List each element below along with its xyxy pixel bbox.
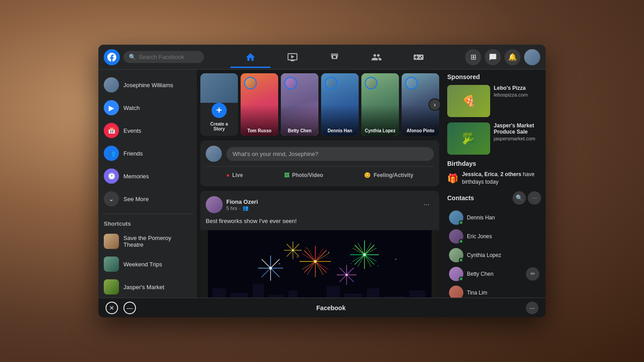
sidebar-item-memories[interactable]: 🕐 Memories: [100, 165, 195, 187]
shortcut-label-pomeroy: Save the Pomeroy Theatre: [123, 235, 191, 248]
tab-watch[interactable]: [272, 46, 313, 68]
post-time: 5 hrs · 👥: [226, 205, 416, 211]
post-time-text: 5 hrs: [226, 206, 237, 211]
feeling-icon: 😊: [364, 172, 371, 178]
composer-feeling[interactable]: 😊 Feeling/Activity: [359, 169, 419, 181]
post-text: Best fireworks show I've ever seen!: [200, 217, 439, 230]
contacts-search-button[interactable]: 🔍: [513, 191, 526, 205]
contact-tina-lim[interactable]: Tina Lim: [447, 283, 541, 298]
composer-divider: [206, 166, 434, 167]
svg-rect-8: [326, 286, 340, 298]
post-header: Fiona Ozeri 5 hrs · 👥 ···: [200, 191, 439, 217]
facebook-logo[interactable]: [104, 49, 120, 65]
contact-dennis-han[interactable]: Dennis Han: [447, 208, 541, 227]
see-more-icon: ⌄: [104, 191, 119, 206]
post-image: [200, 230, 439, 298]
composer-live[interactable]: ● Live: [221, 169, 248, 181]
stories-row: + Create aStory Tom Russo Betty Chen: [200, 73, 439, 136]
contacts-section: Contacts 🔍 ··· Dennis Han Eric Jones: [447, 191, 541, 298]
contact-avatar-eric: [449, 229, 463, 244]
birthdays-section: Birthdays 🎁 Jessica, Erica, 2 others hav…: [447, 160, 541, 186]
stories-next-button[interactable]: ›: [428, 98, 441, 111]
contact-betty-chen[interactable]: Betty Chen ✏: [447, 265, 541, 283]
search-box[interactable]: 🔍: [123, 51, 204, 63]
composer-actions: ● Live 🖼 Photo/Video 😊 Feeling/Activity: [206, 169, 434, 181]
friends-icon: 👥: [104, 146, 119, 161]
story-dennis-han[interactable]: Dennis Han: [321, 73, 359, 136]
profile-avatar-button[interactable]: [524, 49, 540, 65]
story-cynthia-lopez[interactable]: Cynthia Lopez: [361, 73, 399, 136]
messenger-button[interactable]: [485, 49, 501, 65]
main-content: Josephine Williams ▶ Watch 📅 Events 👥 Fr…: [98, 70, 546, 298]
minimize-button[interactable]: —: [123, 302, 136, 314]
contact-name-tina: Tina Lim: [467, 290, 487, 296]
tab-groups[interactable]: [356, 46, 397, 68]
notifications-button[interactable]: 🔔: [504, 49, 521, 65]
memories-icon: 🕐: [104, 168, 119, 184]
ad-name-jaspers: Jasper's Market Produce Sale: [494, 122, 541, 135]
sidebar-item-friends[interactable]: 👥 Friends: [100, 142, 195, 164]
contact-avatar-cynthia: [449, 248, 463, 262]
shortcut-weekend-trips[interactable]: Weekend Trips: [100, 253, 195, 275]
post-author-avatar: [206, 196, 223, 213]
post-author-name[interactable]: Fiona Ozeri: [226, 198, 416, 205]
search-input[interactable]: [139, 54, 199, 60]
svg-rect-2: [212, 288, 226, 298]
create-story-card[interactable]: + Create aStory: [200, 73, 238, 136]
story-avatar-dennis: [325, 77, 337, 89]
ad-url-lebos: lebospizza.com: [494, 92, 541, 97]
story-betty-chen[interactable]: Betty Chen: [281, 73, 318, 136]
fireworks-svg: [200, 230, 439, 298]
window-more-button[interactable]: ···: [526, 302, 538, 314]
contact-eric-jones[interactable]: Eric Jones: [447, 227, 541, 246]
user-avatar-icon: [104, 77, 119, 93]
sidebar-item-events[interactable]: 📅 Events: [100, 119, 195, 142]
shortcut-save-pomeroy[interactable]: Save the Pomeroy Theatre: [100, 230, 195, 253]
contact-cynthia-lopez[interactable]: Cynthia Lopez: [447, 246, 541, 265]
contacts-more-button[interactable]: ···: [528, 191, 541, 205]
shortcut-label-weekend: Weekend Trips: [123, 261, 162, 268]
post-card-fiona: Fiona Ozeri 5 hrs · 👥 ··· Best fireworks…: [200, 191, 439, 298]
close-button[interactable]: ✕: [106, 302, 118, 314]
svg-point-76: [328, 252, 330, 253]
online-indicator-dennis: [459, 220, 463, 225]
composer-photo-video[interactable]: 🖼 Photo/Video: [279, 169, 329, 181]
story-tom-russo[interactable]: Tom Russo: [241, 73, 278, 136]
svg-rect-7: [302, 297, 322, 298]
nav-see-more[interactable]: ⌄ See More: [100, 188, 195, 210]
svg-rect-9: [344, 294, 362, 298]
apps-button[interactable]: ⊞: [465, 49, 481, 65]
svg-point-77: [351, 263, 352, 264]
shortcut-thumb-weekend: [104, 257, 119, 272]
window-title: Facebook: [141, 304, 521, 311]
tab-marketplace[interactable]: [314, 46, 355, 68]
photo-label: Photo/Video: [292, 172, 323, 178]
shortcut-jaspers-market[interactable]: Jasper's Market: [100, 276, 195, 298]
bottom-bar: ✕ — Facebook ···: [98, 298, 546, 317]
tab-gaming[interactable]: [398, 46, 439, 68]
ad-jaspers-produce[interactable]: 🥦 Jasper's Market Produce Sale jaspersma…: [447, 122, 541, 155]
birthday-item: 🎁 Jessica, Erica, 2 others have birthday…: [447, 171, 541, 186]
sidebar-item-watch[interactable]: ▶ Watch: [100, 97, 195, 119]
ad-lebos-pizza[interactable]: 🍕 Lebo's Pizza lebospizza.com: [447, 85, 541, 117]
watch-icon: ▶: [104, 100, 119, 115]
tab-home[interactable]: [230, 46, 271, 68]
story-avatar-tom: [244, 77, 257, 89]
photo-icon: 🖼: [284, 172, 289, 178]
feeling-label: Feeling/Activity: [373, 172, 413, 178]
online-indicator-cynthia: [459, 258, 463, 262]
new-message-button[interactable]: ✏: [526, 267, 539, 281]
post-more-button[interactable]: ···: [419, 198, 434, 212]
birthday-text: Jessica, Erica, 2 others have birthdays …: [462, 171, 541, 186]
post-separator: ·: [239, 206, 240, 211]
composer-input[interactable]: What's on your mind, Josephine?: [226, 147, 434, 161]
memories-label: Memories: [123, 173, 149, 180]
svg-rect-6: [288, 290, 297, 298]
see-more-label: See More: [123, 196, 148, 202]
contact-name-dennis: Dennis Han: [467, 215, 495, 221]
svg-rect-3: [230, 293, 248, 298]
sidebar-item-user[interactable]: Josephine Williams: [100, 74, 195, 96]
contact-avatar-dennis: [449, 210, 463, 225]
ad-name-lebos: Lebo's Pizza: [494, 85, 541, 91]
topbar: 🔍: [98, 45, 546, 70]
